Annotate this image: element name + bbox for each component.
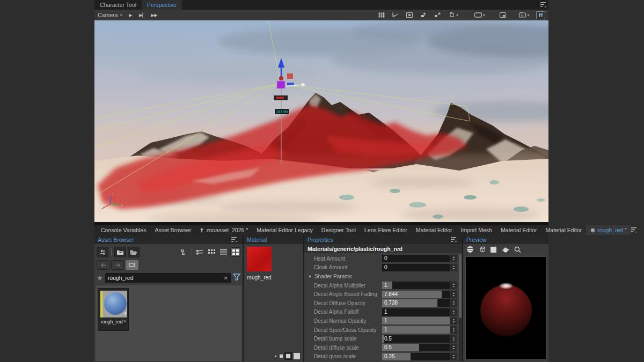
gizmo-plane-handle-red[interactable] bbox=[287, 73, 293, 79]
teapot-preview-icon[interactable] bbox=[501, 246, 510, 255]
spinner-buttons[interactable]: ▲▼ bbox=[450, 353, 457, 360]
cube-preview-icon[interactable] bbox=[478, 246, 486, 255]
properties-scrollbar[interactable] bbox=[459, 254, 462, 361]
property-field[interactable]: 1 bbox=[382, 317, 450, 324]
panel-menu-icon[interactable] bbox=[631, 225, 638, 235]
view-grid-small-icon[interactable] bbox=[207, 247, 217, 257]
search-box[interactable]: ✕ bbox=[105, 273, 231, 283]
material-name-label: rough_red bbox=[247, 275, 272, 280]
clear-x-icon[interactable]: ✕ bbox=[224, 275, 228, 281]
gizmo-center-handle[interactable] bbox=[277, 81, 285, 88]
size-dot-4[interactable] bbox=[294, 353, 300, 359]
size-dot-3-selected[interactable] bbox=[286, 354, 290, 358]
open-folder-icon[interactable] bbox=[128, 247, 140, 257]
display-mode-dropdown-icon[interactable]: ▼ bbox=[471, 11, 489, 19]
material-swatch[interactable] bbox=[247, 247, 272, 271]
property-field[interactable]: 0.5 bbox=[382, 335, 450, 343]
scrollbar-thumb[interactable] bbox=[459, 254, 462, 318]
asset-browser-items[interactable]: * rough_red * bbox=[96, 285, 241, 361]
tab-perspective[interactable]: Perspective bbox=[142, 0, 182, 10]
property-field[interactable]: 0.5 bbox=[382, 344, 450, 351]
tab-zooasset[interactable]: zooasset_2026 * bbox=[195, 225, 252, 235]
view-list-icon[interactable] bbox=[218, 247, 229, 257]
spinner-buttons[interactable]: ▲▼ bbox=[450, 308, 457, 316]
favorite-star-icon[interactable]: ★ bbox=[97, 274, 103, 282]
property-field[interactable]: 1 bbox=[382, 282, 450, 289]
tab-material-editor-2[interactable]: Material Editor bbox=[496, 225, 541, 235]
tab-designer-tool[interactable]: Designer Tool bbox=[317, 225, 360, 235]
panel-menu-icon[interactable] bbox=[449, 235, 459, 245]
panel-menu-icon[interactable] bbox=[230, 235, 239, 245]
tab-character-tool[interactable]: Character Tool bbox=[94, 0, 142, 10]
spinner-buttons[interactable]: ▲▼ bbox=[450, 326, 457, 334]
helpers-toggle-button[interactable]: H bbox=[536, 11, 545, 19]
tab-label: Asset Browser bbox=[155, 225, 191, 235]
preview-panel: Preview bbox=[463, 235, 548, 362]
tab-rough-red[interactable]: rough_red * bbox=[586, 225, 631, 235]
spinner-buttons[interactable]: ▲▼ bbox=[450, 344, 457, 351]
sync-selection-icon[interactable] bbox=[97, 247, 108, 257]
property-field[interactable]: 0.738 bbox=[382, 299, 450, 307]
play-icon[interactable]: ▶ bbox=[126, 13, 135, 18]
spinner-buttons[interactable]: ▲▼ bbox=[450, 291, 457, 298]
viewport-frame-icon[interactable] bbox=[497, 11, 508, 19]
property-label: Detail diffuse scale bbox=[314, 345, 359, 351]
panel-menu-icon[interactable] bbox=[539, 0, 548, 10]
tab-console-variables[interactable]: Console Variables bbox=[97, 225, 150, 235]
section-shader-params[interactable]: ▼Shader Params bbox=[304, 272, 458, 281]
property-field[interactable]: 7.844 bbox=[382, 291, 450, 298]
property-field[interactable]: 0.35 bbox=[382, 353, 450, 360]
size-dot-2[interactable] bbox=[280, 354, 283, 358]
tab-import-mesh[interactable]: Import Mesh bbox=[457, 225, 496, 235]
view-grid-large-icon[interactable] bbox=[230, 247, 240, 257]
move-helper-icon[interactable] bbox=[418, 11, 429, 19]
preview-stage[interactable] bbox=[465, 256, 546, 360]
asset-tile-rough-red[interactable]: * rough_red * bbox=[98, 288, 129, 331]
gizmo-plane-handle-blue[interactable] bbox=[287, 83, 294, 85]
size-dot-1[interactable] bbox=[275, 356, 276, 357]
property-label: Decal Diffuse Opacity bbox=[314, 300, 365, 306]
spinner-buttons[interactable]: ▲▼ bbox=[450, 335, 457, 343]
screenshot-icon[interactable] bbox=[404, 11, 415, 19]
specular-highlight bbox=[499, 283, 513, 289]
play-double-icon[interactable]: ▶▶ bbox=[150, 13, 158, 18]
perspective-viewport[interactable]: 187.99 x y z bbox=[94, 20, 548, 222]
play-bar-icon[interactable]: ▶▏ bbox=[138, 13, 147, 18]
spinner-buttons[interactable]: ▲▼ bbox=[450, 299, 457, 307]
tab-asset-browser[interactable]: Asset Browser bbox=[150, 225, 195, 235]
filter-funnel-icon[interactable] bbox=[233, 273, 240, 283]
property-row-decal-diffuse-opacity: Decal Diffuse Opacity 0.738 ▲▼ bbox=[304, 299, 458, 308]
preview-title: Preview bbox=[466, 237, 486, 243]
collapse-tree-icon[interactable] bbox=[179, 247, 189, 257]
back-arrow-icon[interactable] bbox=[97, 260, 109, 270]
property-field[interactable]: 0 bbox=[382, 255, 450, 262]
property-field[interactable]: 1 bbox=[382, 326, 450, 334]
property-field[interactable]: 0 bbox=[382, 264, 450, 271]
gizmo-red-ball[interactable] bbox=[279, 76, 283, 80]
section-label: Shader Params bbox=[314, 274, 352, 279]
plane-preview-icon[interactable] bbox=[490, 246, 497, 255]
grid-snap-icon[interactable] bbox=[376, 11, 387, 19]
spinner-buttons[interactable]: ▲▼ bbox=[450, 255, 457, 262]
spinner-buttons[interactable]: ▲▼ bbox=[450, 282, 457, 289]
search-input[interactable] bbox=[108, 275, 224, 281]
spinner-buttons[interactable]: ▲▼ bbox=[450, 317, 457, 324]
add-folder-icon[interactable] bbox=[114, 247, 126, 257]
view-thumbnails-icon[interactable] bbox=[195, 247, 205, 257]
collection-c3-button[interactable]: C3 bbox=[126, 260, 138, 270]
spinner-buttons[interactable]: ▲▼ bbox=[450, 264, 457, 271]
tab-material-editor-3[interactable]: Material Editor bbox=[541, 225, 587, 235]
property-field[interactable]: 1 bbox=[382, 308, 450, 316]
sphere-preview-icon[interactable] bbox=[466, 246, 474, 255]
move-gizmo-icon[interactable] bbox=[432, 11, 443, 19]
forward-arrow-icon[interactable] bbox=[111, 260, 124, 270]
magnifier-icon[interactable] bbox=[514, 246, 521, 255]
tab-material-editor-1[interactable]: Material Editor bbox=[412, 225, 457, 235]
camera-dropdown[interactable]: Camera ▼ bbox=[98, 12, 123, 18]
tab-lens-flare-editor[interactable]: Lens Flare Editor bbox=[360, 225, 412, 235]
snap-origin-dropdown-icon[interactable]: ▼ bbox=[446, 11, 462, 19]
angle-snap-icon[interactable] bbox=[390, 11, 401, 19]
tab-material-editor-legacy[interactable]: Material Editor Legacy bbox=[252, 225, 317, 235]
property-label: Decal Alpha Falloff bbox=[314, 309, 358, 315]
camera-settings-dropdown-icon[interactable]: H ▼ bbox=[516, 11, 533, 19]
